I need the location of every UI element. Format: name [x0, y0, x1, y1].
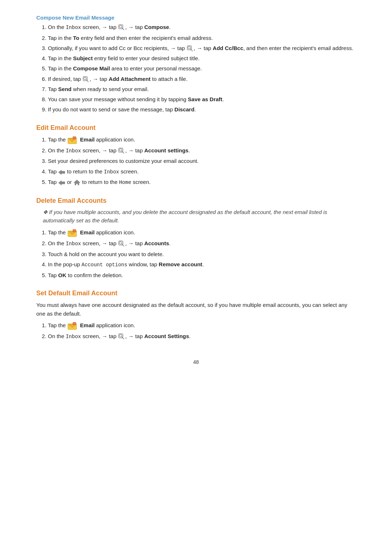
email-icon-3 — [67, 321, 77, 330]
email-icon-2 — [67, 229, 77, 237]
search-icon-2 — [187, 45, 193, 52]
mono-inbox-5: Inbox — [66, 334, 81, 340]
edit-steps: Tap the Email application icon. On the I… — [36, 135, 356, 187]
compose-step-2: Tap in the To entry field and then enter… — [48, 34, 356, 42]
mono-inbox-4: Inbox — [66, 241, 81, 247]
back-icon-1 — [58, 169, 65, 175]
mono-inbox-1: Inbox — [66, 25, 81, 30]
edit-title: Edit Email Account — [36, 124, 356, 132]
mono-account-options: Account options — [82, 262, 127, 268]
default-step-2: On the Inbox screen, → tap , → tap Accou… — [48, 332, 356, 341]
email-icon-1 — [67, 136, 77, 144]
bold-email-1: Email — [80, 136, 95, 143]
edit-step-3: Set your desired preferences to customiz… — [48, 157, 356, 165]
edit-step-1: Tap the Email application icon. — [48, 135, 356, 144]
bold-account-settings-1: Account settings — [144, 147, 188, 153]
bold-remove-account: Remove account — [159, 261, 202, 267]
bold-add-cc: Add Cc/Bcc — [213, 45, 243, 51]
bold-email-2: Email — [80, 229, 95, 235]
delete-step-3: Touch & hold on the account you want to … — [48, 250, 356, 258]
page-number: 48 — [36, 359, 356, 365]
mono-home-1: Home — [119, 180, 131, 185]
bold-accounts-1: Accounts — [144, 240, 169, 246]
delete-step-5: Tap OK to confirm the deletion. — [48, 271, 356, 279]
bold-account-settings-2: Account Settings — [144, 333, 189, 339]
search-icon-4 — [118, 148, 125, 154]
delete-title: Delete Email Accounts — [36, 197, 356, 205]
compose-step-9: If you do not want to send or save the m… — [48, 105, 356, 114]
edit-step-4: Tap to return to the Inbox screen. — [48, 167, 356, 176]
compose-step-7: Tap Send when ready to send your email. — [48, 85, 356, 93]
home-icon-1 — [74, 179, 80, 186]
default-title: Set Default Email Account — [36, 289, 356, 297]
delete-note: ❖ If you have multiple accounts, and you… — [43, 208, 356, 225]
default-steps: Tap the Email application icon. On the I… — [36, 321, 356, 341]
compose-steps: On the Inbox screen, → tap , → tap Compo… — [36, 23, 356, 114]
compose-step-8: You can save your message without sendin… — [48, 95, 356, 103]
bold-email-3: Email — [80, 322, 95, 328]
svg-rect-22 — [73, 230, 76, 231]
mono-inbox-2: Inbox — [66, 148, 81, 154]
default-step-1: Tap the Email application icon. — [48, 321, 356, 330]
delete-step-1: Tap the Email application icon. — [48, 228, 356, 237]
compose-step-3: Optionally, if you want to add Cc or Bcc… — [48, 44, 356, 52]
bold-discard: Discard — [175, 106, 195, 112]
compose-step-4: Tap in the Subject entry field to enter … — [48, 54, 356, 62]
bold-compose-mail: Compose Mail — [73, 65, 110, 71]
delete-section: Delete Email Accounts ❖ If you have mult… — [36, 197, 356, 279]
edit-step-2: On the Inbox screen, → tap , → tap Accou… — [48, 146, 356, 155]
bold-subject: Subject — [73, 55, 93, 61]
search-icon-3 — [83, 76, 89, 83]
bold-save-as-draft: Save as Draft — [188, 96, 222, 102]
compose-section: Compose New Email Message On the Inbox s… — [36, 15, 356, 114]
delete-steps: Tap the Email application icon. On the I… — [36, 228, 356, 279]
compose-title: Compose New Email Message — [36, 15, 356, 21]
search-icon-6 — [118, 333, 125, 340]
bold-compose: Compose — [144, 24, 169, 30]
bold-add-attachment: Add Attachment — [109, 76, 151, 82]
compose-step-1: On the Inbox screen, → tap , → tap Compo… — [48, 23, 356, 32]
compose-step-6: If desired, tap , → tap Add Attachment t… — [48, 75, 356, 83]
bold-to: To — [73, 35, 79, 41]
svg-rect-29 — [73, 323, 76, 324]
svg-marker-17 — [58, 181, 65, 185]
delete-step-4: In the pop-up Account options window, ta… — [48, 260, 356, 269]
svg-rect-12 — [73, 137, 76, 139]
edit-step-5: Tap or to return to the Home screen. — [48, 178, 356, 187]
default-section: Set Default Email Account You must alway… — [36, 289, 356, 341]
delete-step-2: On the Inbox screen, → tap , → tap Accou… — [48, 239, 356, 248]
bold-ok: OK — [58, 272, 66, 278]
mono-inbox-3: Inbox — [104, 169, 119, 175]
back-icon-2 — [58, 180, 65, 185]
svg-marker-18 — [74, 180, 80, 185]
compose-step-5: Tap in the Compose Mail area to enter yo… — [48, 64, 356, 73]
bold-send: Send — [58, 86, 72, 92]
default-para: You must always have one account designa… — [36, 301, 356, 318]
edit-section: Edit Email Account Tap the Email applica… — [36, 124, 356, 187]
svg-marker-16 — [58, 170, 65, 174]
search-icon-5 — [118, 241, 125, 247]
search-icon-1 — [118, 24, 125, 31]
